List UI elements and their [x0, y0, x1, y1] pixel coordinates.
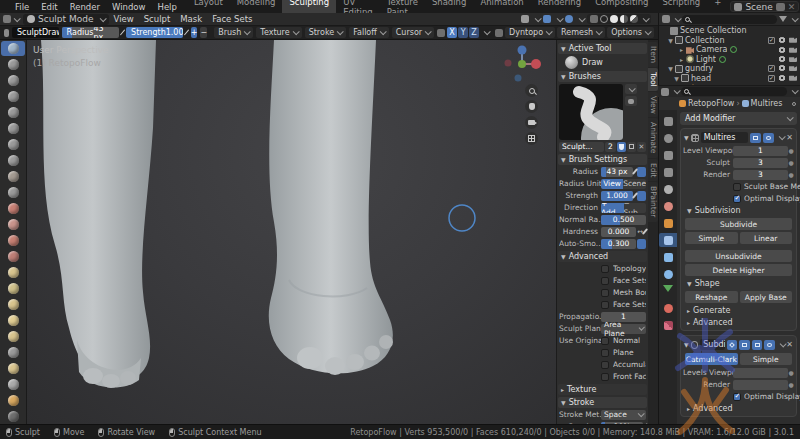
modifier-extras-icon[interactable]: [779, 133, 786, 140]
radius-slider[interactable]: Radius 43 px: [62, 27, 119, 38]
popover-button[interactable]: Brush: [214, 27, 253, 38]
brushes-header[interactable]: ▼Brushes: [558, 71, 647, 82]
properties-tab[interactable]: [659, 216, 677, 230]
outliner-search-input[interactable]: [682, 15, 777, 24]
unified-strength-icon[interactable]: [637, 191, 646, 201]
brush-tool-button[interactable]: [1, 169, 25, 184]
delete-higher-button[interactable]: Delete Higher: [685, 264, 792, 276]
properties-tab[interactable]: [659, 148, 677, 162]
automask-checkbox[interactable]: [601, 289, 609, 297]
direction-add[interactable]: + Add: [601, 203, 624, 213]
brush-tool-button[interactable]: [1, 57, 25, 72]
properties-tab[interactable]: [659, 165, 677, 179]
delete-modifier-icon[interactable]: ✕: [786, 133, 793, 142]
expand-icon[interactable]: ▸: [678, 46, 685, 53]
normal-radius-slider[interactable]: 0.500: [601, 215, 646, 225]
modifier-value-field[interactable]: 3: [733, 158, 788, 168]
sidebar-tab[interactable]: BPainter: [648, 182, 658, 221]
menu-item[interactable]: Window: [106, 2, 152, 12]
generate-section-header[interactable]: ▸Generate: [683, 305, 794, 316]
display-render-icon[interactable]: [764, 340, 774, 350]
breadcrumb-object[interactable]: RetopoFlow: [688, 99, 734, 108]
texture-header[interactable]: ▸Texture: [558, 384, 647, 395]
properties-tab[interactable]: [659, 318, 677, 332]
selectable-checkbox[interactable]: [768, 65, 775, 72]
strength-slider[interactable]: Strength 1.000: [126, 27, 183, 38]
breadcrumb-modifier[interactable]: Multires: [751, 99, 783, 108]
display-realtime-icon[interactable]: [752, 340, 762, 350]
wireframe-shading-icon[interactable]: [600, 15, 608, 23]
properties-tab[interactable]: [659, 250, 677, 264]
perspective-toggle-button[interactable]: [525, 132, 538, 145]
popover-button[interactable]: Cursor: [392, 27, 434, 38]
subdivide-linear-button[interactable]: Linear: [740, 232, 793, 244]
menu-item[interactable]: File: [9, 2, 35, 12]
mirror-axis-button[interactable]: Y: [458, 27, 468, 38]
brush-tool-button[interactable]: [1, 377, 25, 392]
brush-name-field[interactable]: Sculpt...: [559, 142, 604, 152]
autosmooth-slider[interactable]: 0.300: [601, 239, 636, 249]
popover-button[interactable]: Falloff: [349, 27, 389, 38]
menu-item[interactable]: Help: [151, 2, 182, 12]
hardness-slider[interactable]: 0.000: [601, 227, 636, 237]
hide-eye-icon[interactable]: [778, 65, 786, 71]
brush-tool-button[interactable]: [1, 41, 25, 56]
mode-selector[interactable]: Sculpt Mode: [23, 14, 109, 25]
optimal-display-checkbox[interactable]: [733, 393, 741, 401]
advanced-section-header[interactable]: ▸Advanced: [683, 317, 794, 328]
front-faces-checkbox[interactable]: [601, 373, 609, 381]
navigation-gizmo[interactable]: [502, 42, 542, 86]
brush-tool-button[interactable]: [1, 329, 25, 344]
brush-tool-button[interactable]: [1, 345, 25, 360]
options-popover[interactable]: Options: [607, 27, 654, 38]
automask-checkbox[interactable]: [601, 301, 609, 309]
advanced-header[interactable]: ▼Advanced: [558, 251, 647, 262]
viewport-menu-item[interactable]: Mask: [175, 14, 207, 24]
brush-tool-button[interactable]: [1, 217, 25, 232]
remesh-popover[interactable]: Remesh: [557, 27, 605, 38]
outliner-row[interactable]: ▸ Camera: [659, 45, 800, 55]
material-shading-icon[interactable]: [620, 15, 628, 23]
selectable-checkbox[interactable]: [768, 75, 775, 82]
viewport-menu-item[interactable]: Face Sets: [207, 14, 257, 24]
brush-tool-button[interactable]: [1, 409, 25, 424]
expand-icon[interactable]: ▼: [667, 65, 674, 72]
unlink-brush-icon[interactable]: ✕: [637, 142, 646, 152]
menu-item[interactable]: Edit: [35, 2, 63, 12]
modifier-value-field[interactable]: [733, 368, 788, 378]
display-render-icon[interactable]: [763, 133, 774, 143]
expand-icon[interactable]: ▼: [667, 37, 674, 44]
properties-tab[interactable]: [659, 131, 677, 145]
catmull-clark-button[interactable]: Catmull-Clark: [685, 353, 738, 365]
expand-icon[interactable]: ▸: [678, 56, 685, 63]
radius-pressure-icon[interactable]: [120, 29, 125, 35]
brush-tool-button[interactable]: [1, 313, 25, 328]
properties-tab[interactable]: [659, 199, 677, 213]
3d-viewport[interactable]: User Perspective (1) RetopoFlow: [27, 40, 556, 424]
propagation-field[interactable]: 1: [601, 312, 646, 322]
strength-pressure-icon[interactable]: [184, 29, 189, 35]
overlays-toggle-icon[interactable]: [543, 15, 551, 23]
brush-settings-header[interactable]: ▼Brush Settings: [558, 154, 647, 165]
modifier-value-field[interactable]: 3: [733, 170, 788, 180]
rendered-shading-icon[interactable]: [630, 15, 638, 23]
brush-tool-button[interactable]: [1, 185, 25, 200]
hide-eye-icon[interactable]: [778, 56, 786, 62]
outliner-item-label[interactable]: Collection: [685, 36, 725, 45]
outliner-item-label[interactable]: head: [691, 74, 711, 83]
collapse-icon[interactable]: ▼: [684, 134, 689, 141]
accumulate-checkbox[interactable]: [601, 361, 609, 369]
popover-button[interactable]: Stroke: [305, 27, 347, 38]
direction-subtract[interactable]: − Sub...: [624, 203, 647, 213]
viewport-menu-item[interactable]: Sculpt: [139, 14, 176, 24]
outliner-row[interactable]: Scene Collection: [659, 26, 800, 36]
autosmooth-pressure-icon[interactable]: [637, 239, 646, 249]
brush-tool-button[interactable]: [1, 121, 25, 136]
fake-user-shield-icon[interactable]: [617, 142, 626, 152]
hide-eye-icon[interactable]: [778, 37, 786, 43]
pin-icon[interactable]: [792, 102, 796, 106]
automask-checkbox[interactable]: [601, 265, 609, 273]
popover-button[interactable]: Texture: [256, 27, 301, 38]
render-camera-icon[interactable]: [789, 56, 797, 62]
apply-base-button[interactable]: Apply Base: [740, 291, 793, 303]
